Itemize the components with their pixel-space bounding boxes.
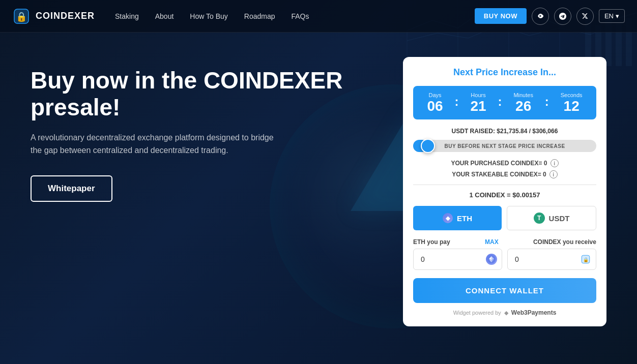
eth-pay-label: ETH you pay — [413, 238, 450, 246]
progress-bar-label: BUY BEFORE NEXT STAGE PRICE INCREASE — [444, 143, 565, 149]
web3payments-brand: Web3Payments — [511, 309, 556, 316]
widget-title: Next Price Increase In... — [413, 67, 596, 78]
main-content: Buy now in the COINDEXER presale! A revo… — [0, 33, 637, 326]
countdown-divider-2: : — [498, 95, 502, 111]
coindex-input-wrapper: 🔒 — [507, 249, 596, 270]
input-labels: ETH you pay MAX COINDEX you receive — [413, 238, 596, 246]
countdown-minutes: Minutes 26 — [513, 92, 533, 113]
svg-text:🔒: 🔒 — [583, 257, 589, 263]
svg-text:🔒: 🔒 — [16, 11, 27, 22]
exchange-rate: 1 COINDEX = $0.00157 — [413, 191, 596, 199]
buy-now-button[interactable]: BUY NOW — [475, 8, 527, 24]
usdt-button[interactable]: T USDT — [507, 206, 596, 230]
logo-area[interactable]: 🔒 COINDEXER — [12, 7, 95, 25]
currency-buttons: ◆ ETH T USDT — [413, 206, 596, 230]
coindex-receive-label: COINDEX you receive — [533, 238, 596, 246]
logo-icon: 🔒 — [12, 7, 31, 25]
countdown-divider-3: : — [545, 95, 549, 111]
usdt-raised: USDT RAISED: $21,735.84 / $306,066 — [413, 128, 596, 135]
countdown-timer: Days 06 : Hours 21 : Minutes 26 : Second… — [413, 86, 596, 119]
countdown-seconds: Seconds 12 — [561, 92, 583, 113]
progress-bar-container: BUY BEFORE NEXT STAGE PRICE INCREASE — [413, 140, 596, 152]
coindex-input-icon: 🔒 — [580, 254, 591, 265]
countdown-hours: Hours 21 — [470, 92, 486, 113]
usdt-icon: T — [534, 213, 545, 224]
nav-right: BUY NOW EN ▾ — [475, 8, 625, 25]
stakeable-info-icon[interactable]: i — [549, 170, 558, 178]
left-content: Buy now in the COINDEXER presale! A revo… — [31, 57, 383, 202]
nav-faqs[interactable]: FAQs — [291, 12, 309, 20]
nav-about[interactable]: About — [155, 12, 174, 20]
powered-by: Widget powered by ◆ Web3Payments — [413, 309, 596, 316]
eth-input-wrapper — [413, 249, 502, 270]
hero-subtitle: A revolutionary decentralized exchange p… — [31, 131, 275, 157]
max-button[interactable]: MAX — [485, 238, 499, 246]
telegram-icon[interactable] — [554, 8, 571, 25]
hero-title: Buy now in the COINDEXER presale! — [31, 67, 383, 121]
eth-icon: ◆ — [443, 213, 453, 223]
logo-text: COINDEXER — [36, 11, 95, 21]
web3payments-icon: ◆ — [504, 310, 508, 316]
nav-staking[interactable]: Staking — [115, 12, 139, 20]
whitepaper-button[interactable]: Whitepaper — [31, 175, 112, 202]
purchased-info-icon[interactable]: i — [551, 159, 559, 167]
eth-input-icon — [486, 254, 497, 265]
countdown-days: Days 06 — [427, 92, 443, 113]
progress-handle — [421, 139, 435, 153]
youtube-icon[interactable] — [532, 8, 549, 25]
eth-button[interactable]: ◆ ETH — [413, 206, 502, 230]
language-selector[interactable]: EN ▾ — [599, 9, 625, 23]
nav-how-to-buy[interactable]: How To Buy — [190, 12, 227, 20]
stakeable-stat: YOUR STAKEABLE COINDEX= 0 i — [413, 170, 596, 178]
countdown-divider-1: : — [455, 95, 459, 111]
connect-wallet-button[interactable]: CONNECT WALLET — [413, 278, 596, 303]
x-twitter-icon[interactable] — [576, 8, 594, 25]
nav-roadmap[interactable]: Roadmap — [244, 12, 275, 20]
presale-widget: Next Price Increase In... Days 06 : Hour… — [403, 57, 606, 326]
nav-links: Staking About How To Buy Roadmap FAQs — [115, 12, 475, 20]
navbar: 🔒 COINDEXER Staking About How To Buy Roa… — [0, 0, 637, 33]
purchased-stat: YOUR PURCHASED COINDEX= 0 i — [413, 159, 596, 167]
divider — [413, 185, 596, 185]
inputs-row: 🔒 — [413, 249, 596, 270]
